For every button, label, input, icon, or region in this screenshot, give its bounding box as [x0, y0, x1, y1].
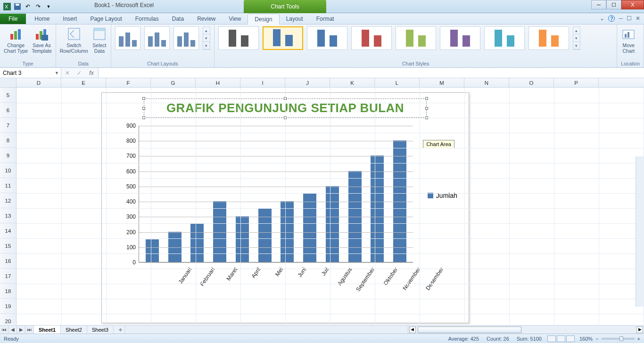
formula-input[interactable] — [98, 68, 644, 78]
column-header[interactable]: L — [375, 78, 420, 87]
zoom-level[interactable]: 160% — [579, 336, 593, 342]
save-as-template-button[interactable]: Save As Template — [32, 26, 52, 54]
tab-file[interactable]: File — [0, 14, 26, 24]
minimize-button[interactable]: ─ — [591, 0, 606, 9]
column-header[interactable]: N — [464, 78, 509, 87]
chart-bar[interactable] — [348, 171, 362, 262]
view-page-layout[interactable] — [557, 335, 565, 342]
change-chart-type-button[interactable]: Change Chart Type — [4, 26, 28, 54]
column-header[interactable]: J — [285, 78, 330, 87]
tab-insert[interactable]: Insert — [56, 14, 83, 24]
sheet-tab-2[interactable]: Sheet2 — [61, 326, 87, 334]
row-header[interactable]: 15 — [0, 238, 17, 253]
tab-review[interactable]: Review — [190, 14, 222, 24]
close-button[interactable]: X — [621, 0, 644, 9]
chart-layout-3[interactable] — [173, 26, 199, 50]
row-header[interactable]: 7 — [0, 118, 17, 133]
row-header[interactable]: 19 — [0, 299, 17, 314]
name-box-dropdown-icon[interactable]: ▼ — [55, 71, 59, 75]
row-header[interactable]: 9 — [0, 148, 17, 163]
view-normal[interactable] — [547, 335, 556, 342]
column-header[interactable]: M — [420, 78, 464, 87]
cells-area[interactable]: GRAFIK PENGUNJUNG SETIAP BULAN Chart Are… — [17, 88, 644, 325]
zoom-in[interactable]: + — [637, 336, 640, 342]
tab-layout[interactable]: Layout — [280, 14, 310, 24]
chart-style-5[interactable] — [396, 26, 436, 50]
view-page-break[interactable] — [566, 335, 575, 342]
row-header[interactable]: 11 — [0, 178, 17, 193]
chart-style-6[interactable] — [440, 26, 480, 50]
zoom-out[interactable]: − — [595, 336, 598, 342]
chart-bar[interactable] — [190, 224, 204, 262]
chart-style-3[interactable] — [307, 26, 347, 50]
row-header[interactable]: 12 — [0, 193, 17, 208]
name-box[interactable]: Chart 3 ▼ — [0, 68, 61, 78]
chart-style-8[interactable] — [528, 26, 569, 50]
help-icon[interactable]: ? — [608, 15, 615, 22]
sheet-tab-3[interactable]: Sheet3 — [87, 326, 114, 334]
row-header[interactable]: 10 — [0, 163, 17, 178]
workbook-restore-icon[interactable]: ☐ — [627, 15, 632, 22]
chart-bar[interactable] — [303, 194, 316, 262]
row-header[interactable]: 18 — [0, 284, 17, 299]
tab-data[interactable]: Data — [165, 14, 190, 24]
undo-icon[interactable]: ↶ — [24, 2, 32, 11]
horizontal-scrollbar[interactable]: ◀ ▶ — [408, 326, 644, 334]
sheet-tab-new[interactable]: ✧ — [114, 326, 125, 334]
maximize-button[interactable]: ☐ — [606, 0, 621, 9]
column-header[interactable]: P — [554, 78, 599, 87]
row-header[interactable]: 14 — [0, 223, 17, 238]
sheet-tab-1[interactable]: Sheet1 — [34, 326, 61, 334]
ribbon-minimize-icon[interactable]: ⌄ — [600, 15, 604, 22]
sheet-nav-next[interactable]: ▶ — [17, 326, 25, 334]
row-header[interactable]: 6 — [0, 103, 17, 118]
chart-style-4[interactable] — [351, 26, 392, 50]
tab-design[interactable]: Design — [248, 14, 279, 24]
chart-layouts-more[interactable]: ▴▾▾ — [203, 26, 210, 50]
column-header[interactable]: H — [196, 78, 240, 87]
save-icon[interactable] — [13, 2, 22, 11]
chart-style-7[interactable] — [484, 26, 525, 50]
workbook-minimize-icon[interactable]: ─ — [619, 15, 623, 22]
chart-bar[interactable] — [393, 140, 406, 262]
select-data-button[interactable]: Select Data — [92, 26, 107, 54]
column-header[interactable]: D — [17, 78, 61, 87]
vertical-scrollbar[interactable] — [636, 156, 644, 307]
sheet-nav-first[interactable]: ⏮ — [0, 326, 8, 334]
move-chart-button[interactable]: Move Chart — [621, 26, 636, 54]
qat-dropdown-icon[interactable]: ▼ — [44, 2, 53, 11]
switch-row-column-button[interactable]: Switch Row/Column — [60, 26, 88, 54]
row-header[interactable]: 8 — [0, 133, 17, 148]
column-header[interactable]: F — [106, 78, 151, 87]
column-header[interactable]: K — [330, 78, 375, 87]
column-header[interactable]: O — [509, 78, 554, 87]
select-all-corner[interactable] — [0, 78, 17, 87]
tab-formulas[interactable]: Formulas — [129, 14, 165, 24]
column-header[interactable]: I — [240, 78, 285, 87]
zoom-slider[interactable] — [602, 338, 635, 340]
row-header[interactable]: 5 — [0, 88, 17, 103]
chart-style-1[interactable] — [218, 26, 259, 50]
chart-style-2[interactable] — [263, 26, 303, 50]
chart-bar[interactable] — [326, 186, 339, 262]
workbook-close-icon[interactable]: ✕ — [636, 15, 640, 22]
tab-home[interactable]: Home — [28, 14, 56, 24]
worksheet-grid[interactable]: DEFGHIJKLMNOP 56789101112131415161718192… — [0, 78, 644, 325]
row-header[interactable]: 13 — [0, 208, 17, 223]
sheet-nav-last[interactable]: ⏭ — [25, 326, 34, 334]
redo-icon[interactable]: ↷ — [34, 2, 42, 11]
row-header[interactable]: 16 — [0, 253, 17, 269]
chart-styles-more[interactable]: ▴▾▾ — [573, 26, 580, 50]
chart-bar[interactable] — [146, 239, 159, 262]
column-header[interactable]: E — [61, 78, 106, 87]
tab-view[interactable]: View — [223, 14, 248, 24]
fx-icon[interactable]: fx — [85, 68, 98, 78]
row-header[interactable]: 20 — [0, 314, 17, 325]
tab-page-layout[interactable]: Page Layout — [83, 14, 128, 24]
column-header[interactable]: G — [151, 78, 196, 87]
tab-format[interactable]: Format — [310, 14, 341, 24]
chart-layout-2[interactable] — [144, 26, 170, 50]
chart-layout-1[interactable] — [115, 26, 140, 50]
row-header[interactable]: 17 — [0, 269, 17, 284]
sheet-nav-prev[interactable]: ◀ — [8, 326, 17, 334]
